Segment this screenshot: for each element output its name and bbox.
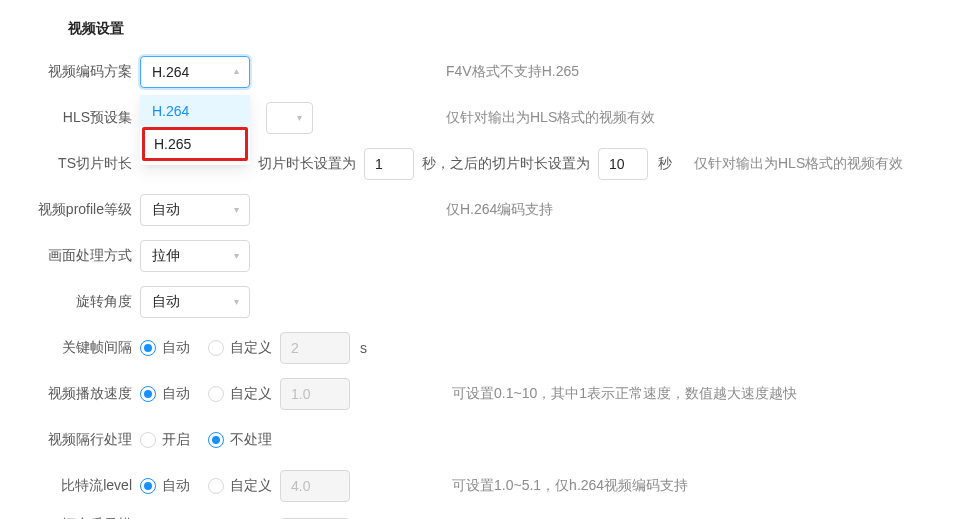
hint-codec: F4V格式不支持H.265 [446, 63, 579, 81]
radio-deinterlace-on[interactable]: 开启 [140, 431, 190, 449]
select-scale-value: 拉伸 [152, 247, 180, 265]
input-speed-custom [280, 378, 350, 410]
radio-label: 不处理 [230, 431, 272, 449]
radio-label: 自动 [162, 477, 190, 495]
radio-label: 自定义 [230, 339, 272, 357]
row-bitlevel: 比特流level 自动 自定义 可设置1.0~5.1，仅h.264视频编码支持 [20, 470, 937, 502]
chevron-down-icon: ▾ [234, 251, 239, 261]
row-deinterlace: 视频隔行处理 开启 不处理 [20, 424, 937, 456]
chevron-down-icon: ▾ [234, 67, 239, 77]
select-rotate[interactable]: 自动 ▾ [140, 286, 250, 318]
radio-label: 开启 [162, 431, 190, 449]
radio-dot-icon [208, 340, 224, 356]
chevron-down-icon: ▾ [234, 205, 239, 215]
select-scale[interactable]: 拉伸 ▾ [140, 240, 250, 272]
label-scale: 画面处理方式 [20, 247, 140, 265]
ts-text-mid: 秒，之后的切片时长设置为 [422, 155, 590, 173]
select-hls-preset[interactable]: ▾ [266, 102, 313, 134]
radio-keyframe-auto[interactable]: 自动 [140, 339, 190, 357]
hint-hls-preset: 仅针对输出为HLS格式的视频有效 [446, 109, 655, 127]
radio-speed-auto[interactable]: 自动 [140, 385, 190, 403]
radio-dot-icon [140, 478, 156, 494]
select-codec-value: H.264 [152, 64, 189, 80]
radio-speed-custom[interactable]: 自定义 [208, 385, 272, 403]
video-settings-form: 视频设置 视频编码方案 H.264 ▾ H.264 H.265 F4V格式不支持… [0, 0, 967, 519]
label-deinterlace: 视频隔行处理 [20, 431, 140, 449]
chevron-down-icon: ▾ [234, 297, 239, 307]
row-keyframe: 关键帧间隔 自动 自定义 s [20, 332, 937, 364]
row-speed: 视频播放速度 自动 自定义 可设置0.1~10，其中1表示正常速度，数值越大速度… [20, 378, 937, 410]
label-codec: 视频编码方案 [20, 63, 140, 81]
label-speed: 视频播放速度 [20, 385, 140, 403]
dropdown-option-h264[interactable]: H.264 [140, 95, 250, 127]
dropdown-codec: H.264 H.265 [140, 91, 250, 165]
input-keyframe-custom [280, 332, 350, 364]
hint-profile: 仅H.264编码支持 [446, 201, 553, 219]
hint-bitlevel: 可设置1.0~5.1，仅h.264视频编码支持 [452, 477, 688, 495]
label-keyframe: 关键帧间隔 [20, 339, 140, 357]
label-rotate: 旋转角度 [20, 293, 140, 311]
keyframe-unit: s [360, 340, 367, 356]
section-title: 视频设置 [68, 20, 937, 38]
radio-label: 自动 [162, 339, 190, 357]
radio-bitlevel-custom[interactable]: 自定义 [208, 477, 272, 495]
ts-unit: 秒 [658, 155, 672, 173]
select-rotate-value: 自动 [152, 293, 180, 311]
radio-keyframe-custom[interactable]: 自定义 [208, 339, 272, 357]
select-codec[interactable]: H.264 ▾ [140, 56, 250, 88]
radio-dot-icon [208, 478, 224, 494]
label-ts-slice: TS切片时长 [20, 155, 140, 173]
select-profile[interactable]: 自动 ▾ [140, 194, 250, 226]
radio-deinterlace-off[interactable]: 不处理 [208, 431, 272, 449]
row-profile: 视频profile等级 自动 ▾ 仅H.264编码支持 [20, 194, 937, 226]
hint-ts: 仅针对输出为HLS格式的视频有效 [694, 155, 903, 173]
label-profile: 视频profile等级 [20, 201, 140, 219]
dropdown-option-h265[interactable]: H.265 [142, 127, 248, 161]
input-ts-second[interactable] [598, 148, 648, 180]
chevron-down-icon: ▾ [297, 113, 302, 123]
select-profile-value: 自动 [152, 201, 180, 219]
hint-speed: 可设置0.1~10，其中1表示正常速度，数值越大速度越快 [452, 385, 797, 403]
radio-dot-icon [208, 386, 224, 402]
ts-text-prefix: 切片时长设置为 [258, 155, 356, 173]
radio-dot-icon [140, 432, 156, 448]
row-codec: 视频编码方案 H.264 ▾ H.264 H.265 F4V格式不支持H.265 [20, 56, 937, 88]
radio-dot-icon [140, 340, 156, 356]
input-bitlevel-custom [280, 470, 350, 502]
input-ts-first[interactable] [364, 148, 414, 180]
radio-label: 自定义 [230, 385, 272, 403]
label-hls-preset: HLS预设集 [20, 109, 140, 127]
row-rotate: 旋转角度 自动 ▾ [20, 286, 937, 318]
label-bitlevel: 比特流level [20, 477, 140, 495]
radio-dot-icon [208, 432, 224, 448]
row-scale: 画面处理方式 拉伸 ▾ [20, 240, 937, 272]
radio-dot-icon [140, 386, 156, 402]
radio-label: 自动 [162, 385, 190, 403]
radio-bitlevel-auto[interactable]: 自动 [140, 477, 190, 495]
radio-label: 自定义 [230, 477, 272, 495]
